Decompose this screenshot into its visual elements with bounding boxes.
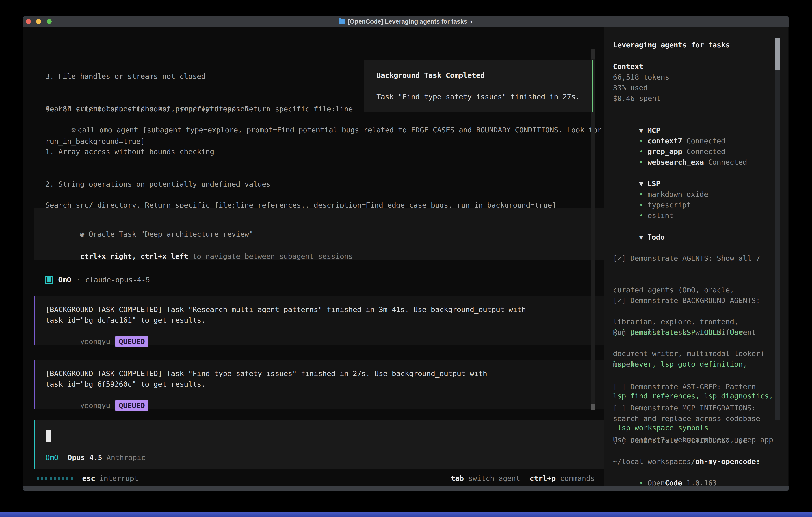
zoom-button[interactable] bbox=[47, 19, 52, 24]
terminal-main: 3. File handles or streams not closed 4.… bbox=[23, 27, 604, 487]
ctrlp-key-hint: ctrl+p bbox=[530, 473, 556, 484]
traffic-lights bbox=[26, 16, 52, 27]
task-meta: yeongyuQUEUED bbox=[46, 389, 148, 421]
record-icon: ◉ bbox=[80, 230, 84, 238]
agent-model: claude-opus-4-5 bbox=[85, 274, 150, 285]
model-row: OmO Opus 4.5 Anthropic bbox=[46, 452, 146, 463]
task-line: [BACKGROUND TASK COMPLETED] Task "Find t… bbox=[46, 368, 487, 379]
minimize-button[interactable] bbox=[36, 19, 41, 24]
window-title: [OpenCode] Leveraging agents for tasks bbox=[348, 18, 467, 25]
task-meta: yeongyuQUEUED bbox=[46, 325, 148, 358]
toast-title: Background Task Completed bbox=[376, 70, 485, 81]
input-model-name: Opus 4.5 bbox=[67, 452, 102, 463]
input-provider-name: Anthropic bbox=[107, 452, 145, 463]
task-user: yeongyu bbox=[80, 337, 110, 346]
task-line: task_id="bg_dcfac161" to get results. bbox=[46, 315, 206, 325]
background-task-card: [BACKGROUND TASK COMPLETED] Task "Find t… bbox=[34, 360, 612, 409]
oracle-task-panel: ◉ Oracle Task "Deep architecture review"… bbox=[34, 208, 612, 260]
status-badge: QUEUED bbox=[115, 336, 148, 347]
ctrlp-key-label: commands bbox=[560, 473, 595, 484]
folder-icon bbox=[339, 19, 345, 24]
progress-circle-icon: ◐ bbox=[470, 18, 473, 25]
sidebar-scrollbar-thumb[interactable] bbox=[775, 38, 780, 70]
status-dot-icon: • bbox=[639, 479, 643, 487]
background-task-toast: Background Task Completed Task "Find typ… bbox=[364, 60, 593, 112]
task-line: task_id="bg_6f59260c" to get results. bbox=[46, 379, 206, 389]
session-title: Leveraging agents for tasks bbox=[613, 39, 730, 50]
status-badge: QUEUED bbox=[115, 400, 148, 411]
agent-name: OmO bbox=[58, 274, 71, 285]
log-line: 3. File handles or streams not closed bbox=[46, 71, 249, 82]
esc-key-hint: esc bbox=[82, 473, 95, 484]
main-scrollbar-thumb-top[interactable] bbox=[591, 49, 596, 59]
opencode-window: [OpenCode] Leveraging agents for tasks ◐… bbox=[23, 16, 789, 491]
close-button[interactable] bbox=[26, 19, 31, 24]
status-dot-icon: • bbox=[639, 211, 643, 219]
input-agent-name: OmO bbox=[46, 452, 58, 463]
toast-body: Task "Find type safety issues" finished … bbox=[376, 91, 580, 102]
prompt-input[interactable]: OmO Opus 4.5 Anthropic bbox=[34, 420, 612, 469]
main-scrollbar-thumb[interactable] bbox=[591, 404, 596, 410]
context-used: 33% used bbox=[613, 82, 647, 93]
key-combo: ctrl+x right, ctrl+x left bbox=[80, 252, 188, 260]
task-line: [BACKGROUND TASK COMPLETED] Task "Resear… bbox=[46, 304, 526, 315]
esc-key-label: interrupt bbox=[99, 473, 139, 484]
task-user: yeongyu bbox=[80, 402, 110, 410]
tab-key-label: switch agent bbox=[468, 473, 520, 484]
context-spent: $0.46 spent bbox=[613, 93, 661, 104]
log-line: Search src/tools/, src/hooks/, src/featu… bbox=[46, 104, 353, 114]
busy-spinner-icon bbox=[37, 477, 72, 480]
desktop-accent-strip bbox=[0, 512, 812, 517]
navigation-hint: ctrl+x right, ctrl+x left to navigate be… bbox=[46, 240, 353, 272]
text-cursor bbox=[46, 430, 51, 442]
log-line: 1. Array access without bounds checking bbox=[46, 146, 322, 157]
separator-dot: · bbox=[76, 274, 80, 285]
sidebar: Leveraging agents for tasks Context 66,5… bbox=[604, 27, 788, 487]
background-task-card: [BACKGROUND TASK COMPLETED] Task "Resear… bbox=[34, 296, 612, 345]
agent-header: OmO · claude-opus-4-5 bbox=[46, 274, 150, 285]
window-bottom-edge bbox=[23, 486, 789, 491]
omo-agent-icon bbox=[46, 276, 53, 284]
tab-key-hint: tab bbox=[451, 473, 464, 484]
status-dot-icon: • bbox=[639, 158, 643, 166]
window-title-area: [OpenCode] Leveraging agents for tasks ◐ bbox=[23, 18, 789, 25]
context-tokens: 66,518 tokens bbox=[613, 72, 669, 82]
sidebar-scrollbar[interactable] bbox=[775, 38, 780, 420]
context-heading: Context bbox=[613, 61, 643, 72]
titlebar[interactable]: [OpenCode] Leveraging agents for tasks ◐ bbox=[23, 16, 789, 27]
status-bar: esc interrupt tab switch agent ctrl+p co… bbox=[37, 473, 595, 484]
